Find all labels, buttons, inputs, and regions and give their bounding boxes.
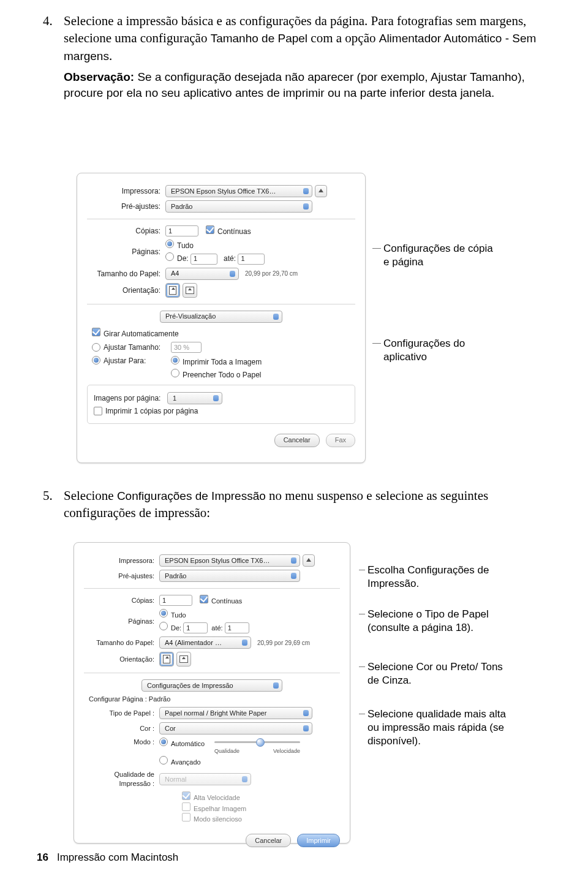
select-impressora[interactable]: EPSON Epson Stylus Office TX6… <box>165 185 312 197</box>
input-ate[interactable]: 1 <box>238 254 265 265</box>
select2-cor-val: Cor <box>165 724 176 733</box>
input2-de[interactable]: 1 <box>183 622 208 633</box>
radio-ajustar-para[interactable] <box>92 356 100 364</box>
checkbox2-continuas[interactable] <box>200 595 208 603</box>
lbl2-qualidade: Qualidade <box>214 747 239 755</box>
slider-qualidade[interactable] <box>214 738 300 746</box>
page-number: 16 <box>37 851 48 863</box>
select-section[interactable]: Pré-Visualização <box>160 311 282 323</box>
lbl-imp-copias: Imprimir 1 cópias por página <box>105 406 198 416</box>
lbl2-copias: Cópias: <box>84 596 159 605</box>
radio2-automatico[interactable] <box>159 738 168 746</box>
lbl2-tipo-papel: Tipo de Papel : <box>84 709 159 718</box>
select2-preajustes[interactable]: Padrão <box>159 570 300 582</box>
radio-imprimir-toda[interactable] <box>171 356 179 364</box>
divider <box>84 588 340 589</box>
radio2-avancado[interactable] <box>159 756 168 765</box>
orientation-landscape-button[interactable] <box>183 283 197 298</box>
lbl-de: De: <box>177 254 189 263</box>
orientation2-landscape-button[interactable] <box>176 652 191 666</box>
select-img-por-pag-val: 1 <box>173 394 176 403</box>
fax-button-label: Fax <box>335 436 346 445</box>
callout-copy-page: Configurações de cópia e página <box>383 242 494 269</box>
input2-copias[interactable]: 1 <box>159 595 192 606</box>
lbl2-espelhar: Espelhar Imagem <box>194 805 246 812</box>
lbl2-tamanho-papel: Tamanho do Papel: <box>84 638 159 648</box>
lbl2-config-pag: Configurar Página : Padrão <box>89 695 170 704</box>
callout2-d-text: Selecione qualidade mais alta ou impress… <box>368 708 508 748</box>
lbl-girar: Girar Automaticamente <box>104 330 179 338</box>
callout2-a: Escolha Configurações de Impressão. <box>368 564 508 591</box>
input-de[interactable]: 1 <box>190 254 217 265</box>
orientation2-portrait-button[interactable] <box>159 652 174 666</box>
radio2-tudo[interactable] <box>159 609 168 617</box>
step-5: 5. Selecione Configurações de Impressão … <box>43 487 551 522</box>
checkbox-imp-copias[interactable] <box>94 407 102 415</box>
radio-preencher[interactable] <box>171 369 179 377</box>
landscape-icon <box>186 287 194 294</box>
lbl-copias: Cópias: <box>87 226 165 236</box>
lbl-impressora: Impressora: <box>87 186 165 196</box>
input2-de-val: 1 <box>186 624 190 633</box>
callout2-b: Selecione o Tipo de Papel (consulte a pá… <box>368 608 496 635</box>
page-footer: 16Impressão com Macintosh <box>37 851 178 865</box>
radio-tudo[interactable] <box>165 240 174 248</box>
c2c-post: . <box>409 674 412 686</box>
orientation-portrait-button[interactable] <box>165 283 180 298</box>
callout-app-settings: Configurações do aplicativo <box>383 337 494 364</box>
step-4-bold-a: Tamanho de Papel <box>211 32 307 45</box>
portrait-icon <box>163 655 170 663</box>
cancel-button[interactable]: Cancelar <box>274 434 320 447</box>
radio-de[interactable] <box>165 252 174 261</box>
divider <box>87 304 355 304</box>
callout2-b-text: Selecione o Tipo de Papel (consulte a pá… <box>368 608 496 635</box>
step-4-body: Selecione a impressão básica e as config… <box>64 12 551 64</box>
input-copias[interactable]: 1 <box>165 225 198 236</box>
radio-ajustar-tamanho[interactable] <box>92 343 100 352</box>
select2-tamanho-papel[interactable]: A4 (Alimentador … <box>159 636 251 649</box>
select2-tamanho-papel-val: A4 (Alimentador … <box>165 638 222 648</box>
cancel2-button[interactable]: Cancelar <box>246 834 291 847</box>
checkbox2-espelhar <box>182 802 190 811</box>
select2-cor[interactable]: Cor <box>159 722 312 734</box>
lbl-img-por-pag: Imagens por página: <box>94 393 167 403</box>
lbl2-cor: Cor : <box>84 724 159 733</box>
note-observacao: Observação: Se a configuração desejada n… <box>64 69 551 100</box>
lbl-orientacao: Orientação: <box>87 285 165 295</box>
select2-section-val: Configurações de Impressão <box>147 681 233 690</box>
cancel2-button-label: Cancelar <box>255 836 282 845</box>
c2c-pre: Selecione <box>368 661 416 673</box>
imprimir-button[interactable]: Imprimir <box>297 834 340 847</box>
step-5-body: Selecione Configurações de Impressão no … <box>64 487 551 522</box>
checkbox-continuas[interactable] <box>206 225 214 234</box>
checkbox-girar[interactable] <box>92 328 100 336</box>
select2-preajustes-val: Padrão <box>165 572 186 581</box>
select-tamanho-papel[interactable]: A4 <box>165 268 239 280</box>
input-de-val: 1 <box>194 254 197 263</box>
arrow-up-icon[interactable] <box>303 554 315 567</box>
radio2-de[interactable] <box>159 622 168 630</box>
input2-ate[interactable]: 1 <box>225 622 249 633</box>
select-img-por-pag[interactable]: 1 <box>167 392 222 404</box>
fax-button[interactable]: Fax <box>326 434 355 447</box>
step-5-text-a: Selecione <box>64 488 117 503</box>
select2-section[interactable]: Configurações de Impressão <box>141 679 282 692</box>
lbl2-velocidade: Velocidade <box>273 747 300 755</box>
select-section-val: Pré-Visualização <box>165 312 216 321</box>
lbl2-continuas: Contínuas <box>211 597 242 605</box>
select2-tipo-papel[interactable]: Papel normal / Bright White Paper <box>159 707 312 719</box>
select2-impressora[interactable]: EPSON Epson Stylus Office TX6… <box>159 554 300 567</box>
input2-ate-val: 1 <box>228 624 232 633</box>
input-ate-val: 1 <box>241 254 244 263</box>
lbl-ate: até: <box>224 254 236 263</box>
arrow-up-icon[interactable] <box>315 185 327 197</box>
step-4-text-b: com a opção <box>307 31 379 45</box>
print-dialog-1: Impressora: EPSON Epson Stylus Office TX… <box>77 173 366 463</box>
select2-impressora-val: EPSON Epson Stylus Office TX6… <box>165 556 270 565</box>
lbl-tamanho-papel: Tamanho do Papel: <box>87 269 165 279</box>
select-preajustes[interactable]: Padrão <box>165 200 312 213</box>
checkbox2-alta-velocidade <box>182 791 190 800</box>
input-ajustar-tamanho-val: 30 % <box>174 343 189 352</box>
portrait-icon <box>169 286 176 295</box>
input-ajustar-tamanho[interactable]: 30 % <box>171 342 202 353</box>
